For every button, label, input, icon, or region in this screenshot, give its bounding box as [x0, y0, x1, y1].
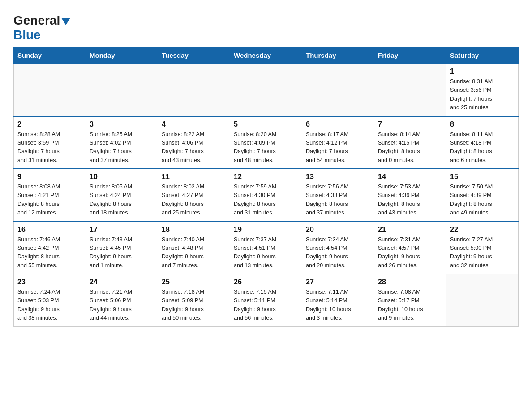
day-number: 13 — [306, 173, 370, 181]
day-info: Sunrise: 7:46 AM Sunset: 4:42 PM Dayligh… — [17, 235, 82, 270]
calendar-cell — [14, 64, 86, 116]
logo-blue-text: Blue — [13, 28, 41, 42]
day-number: 12 — [234, 173, 298, 181]
day-info: Sunrise: 7:18 AM Sunset: 5:09 PM Dayligh… — [162, 288, 226, 323]
calendar-cell: 15Sunrise: 7:50 AM Sunset: 4:39 PM Dayli… — [446, 169, 519, 222]
weekday-header-friday: Friday — [374, 47, 446, 64]
day-number: 10 — [90, 173, 154, 181]
calendar-cell: 10Sunrise: 8:05 AM Sunset: 4:24 PM Dayli… — [86, 169, 158, 222]
day-info: Sunrise: 7:37 AM Sunset: 4:51 PM Dayligh… — [234, 235, 298, 270]
calendar-cell: 9Sunrise: 8:08 AM Sunset: 4:21 PM Daylig… — [14, 169, 86, 222]
calendar-cell: 2Sunrise: 8:28 AM Sunset: 3:59 PM Daylig… — [14, 116, 86, 169]
calendar-table: SundayMondayTuesdayWednesdayThursdayFrid… — [13, 47, 519, 327]
day-number: 16 — [17, 226, 82, 234]
calendar-cell: 11Sunrise: 8:02 AM Sunset: 4:27 PM Dayli… — [158, 169, 230, 222]
calendar-cell: 12Sunrise: 7:59 AM Sunset: 4:30 PM Dayli… — [230, 169, 302, 222]
calendar-cell: 17Sunrise: 7:43 AM Sunset: 4:45 PM Dayli… — [86, 222, 158, 274]
day-info: Sunrise: 8:20 AM Sunset: 4:09 PM Dayligh… — [234, 130, 298, 165]
day-info: Sunrise: 7:50 AM Sunset: 4:39 PM Dayligh… — [450, 183, 515, 218]
day-number: 17 — [90, 226, 154, 234]
day-number: 1 — [450, 68, 515, 76]
day-number: 3 — [90, 120, 154, 128]
day-number: 5 — [234, 120, 298, 128]
calendar-cell: 14Sunrise: 7:53 AM Sunset: 4:36 PM Dayli… — [374, 169, 446, 222]
calendar-cell: 4Sunrise: 8:22 AM Sunset: 4:06 PM Daylig… — [158, 116, 230, 169]
day-info: Sunrise: 8:22 AM Sunset: 4:06 PM Dayligh… — [162, 130, 226, 165]
day-number: 26 — [234, 278, 298, 286]
calendar-week-row: 9Sunrise: 8:08 AM Sunset: 4:21 PM Daylig… — [14, 169, 519, 222]
logo: General Blue — [13, 13, 70, 42]
day-info: Sunrise: 8:25 AM Sunset: 4:02 PM Dayligh… — [90, 130, 154, 165]
calendar-cell: 1Sunrise: 8:31 AM Sunset: 3:56 PM Daylig… — [446, 64, 519, 116]
day-number: 22 — [450, 226, 515, 234]
calendar-cell: 26Sunrise: 7:15 AM Sunset: 5:11 PM Dayli… — [230, 274, 302, 326]
calendar-cell — [230, 64, 302, 116]
day-number: 9 — [17, 173, 82, 181]
day-info: Sunrise: 7:43 AM Sunset: 4:45 PM Dayligh… — [90, 235, 154, 270]
day-info: Sunrise: 7:59 AM Sunset: 4:30 PM Dayligh… — [234, 183, 298, 218]
weekday-header-row: SundayMondayTuesdayWednesdayThursdayFrid… — [14, 47, 519, 64]
day-info: Sunrise: 7:31 AM Sunset: 4:57 PM Dayligh… — [378, 235, 442, 270]
calendar-cell — [158, 64, 230, 116]
calendar-cell: 19Sunrise: 7:37 AM Sunset: 4:51 PM Dayli… — [230, 222, 302, 274]
calendar-cell: 13Sunrise: 7:56 AM Sunset: 4:33 PM Dayli… — [302, 169, 374, 222]
day-info: Sunrise: 7:21 AM Sunset: 5:06 PM Dayligh… — [90, 288, 154, 323]
day-number: 20 — [306, 226, 370, 234]
calendar-cell — [374, 64, 446, 116]
day-info: Sunrise: 8:17 AM Sunset: 4:12 PM Dayligh… — [306, 130, 370, 165]
day-info: Sunrise: 7:24 AM Sunset: 5:03 PM Dayligh… — [17, 288, 82, 323]
calendar-cell — [446, 274, 519, 326]
day-number: 28 — [378, 278, 442, 286]
day-info: Sunrise: 7:15 AM Sunset: 5:11 PM Dayligh… — [234, 288, 298, 323]
calendar-cell: 5Sunrise: 8:20 AM Sunset: 4:09 PM Daylig… — [230, 116, 302, 169]
calendar-week-row: 2Sunrise: 8:28 AM Sunset: 3:59 PM Daylig… — [14, 116, 519, 169]
day-info: Sunrise: 8:28 AM Sunset: 3:59 PM Dayligh… — [17, 130, 82, 165]
day-number: 14 — [378, 173, 442, 181]
calendar-cell: 8Sunrise: 8:11 AM Sunset: 4:18 PM Daylig… — [446, 116, 519, 169]
calendar-cell: 16Sunrise: 7:46 AM Sunset: 4:42 PM Dayli… — [14, 222, 86, 274]
day-number: 24 — [90, 278, 154, 286]
calendar-cell: 7Sunrise: 8:14 AM Sunset: 4:15 PM Daylig… — [374, 116, 446, 169]
day-number: 23 — [17, 278, 82, 286]
calendar-cell: 20Sunrise: 7:34 AM Sunset: 4:54 PM Dayli… — [302, 222, 374, 274]
day-number: 2 — [17, 120, 82, 128]
calendar-week-row: 1Sunrise: 8:31 AM Sunset: 3:56 PM Daylig… — [14, 64, 519, 116]
calendar-cell: 22Sunrise: 7:27 AM Sunset: 5:00 PM Dayli… — [446, 222, 519, 274]
day-number: 8 — [450, 120, 515, 128]
logo-triangle-icon — [61, 18, 70, 25]
calendar-cell: 6Sunrise: 8:17 AM Sunset: 4:12 PM Daylig… — [302, 116, 374, 169]
day-number: 15 — [450, 173, 515, 181]
calendar-cell: 24Sunrise: 7:21 AM Sunset: 5:06 PM Dayli… — [86, 274, 158, 326]
day-number: 18 — [162, 226, 226, 234]
calendar-week-row: 23Sunrise: 7:24 AM Sunset: 5:03 PM Dayli… — [14, 274, 519, 326]
day-info: Sunrise: 7:53 AM Sunset: 4:36 PM Dayligh… — [378, 183, 442, 218]
calendar-cell: 3Sunrise: 8:25 AM Sunset: 4:02 PM Daylig… — [86, 116, 158, 169]
calendar-cell: 28Sunrise: 7:08 AM Sunset: 5:17 PM Dayli… — [374, 274, 446, 326]
calendar-cell: 23Sunrise: 7:24 AM Sunset: 5:03 PM Dayli… — [14, 274, 86, 326]
day-number: 11 — [162, 173, 226, 181]
weekday-header-sunday: Sunday — [14, 47, 86, 64]
day-number: 21 — [378, 226, 442, 234]
calendar-cell: 25Sunrise: 7:18 AM Sunset: 5:09 PM Dayli… — [158, 274, 230, 326]
day-info: Sunrise: 8:05 AM Sunset: 4:24 PM Dayligh… — [90, 183, 154, 218]
day-info: Sunrise: 7:11 AM Sunset: 5:14 PM Dayligh… — [306, 288, 370, 323]
day-info: Sunrise: 8:11 AM Sunset: 4:18 PM Dayligh… — [450, 130, 515, 165]
weekday-header-wednesday: Wednesday — [230, 47, 302, 64]
calendar-cell: 27Sunrise: 7:11 AM Sunset: 5:14 PM Dayli… — [302, 274, 374, 326]
calendar-cell: 21Sunrise: 7:31 AM Sunset: 4:57 PM Dayli… — [374, 222, 446, 274]
day-info: Sunrise: 8:14 AM Sunset: 4:15 PM Dayligh… — [378, 130, 442, 165]
day-info: Sunrise: 7:56 AM Sunset: 4:33 PM Dayligh… — [306, 183, 370, 218]
weekday-header-monday: Monday — [86, 47, 158, 64]
day-number: 4 — [162, 120, 226, 128]
day-number: 7 — [378, 120, 442, 128]
day-info: Sunrise: 8:08 AM Sunset: 4:21 PM Dayligh… — [17, 183, 82, 218]
weekday-header-tuesday: Tuesday — [158, 47, 230, 64]
day-number: 6 — [306, 120, 370, 128]
day-info: Sunrise: 8:31 AM Sunset: 3:56 PM Dayligh… — [450, 77, 515, 112]
page-header: General Blue — [13, 9, 519, 42]
day-info: Sunrise: 7:34 AM Sunset: 4:54 PM Dayligh… — [306, 235, 370, 270]
day-info: Sunrise: 7:08 AM Sunset: 5:17 PM Dayligh… — [378, 288, 442, 323]
calendar-cell — [302, 64, 374, 116]
day-info: Sunrise: 7:40 AM Sunset: 4:48 PM Dayligh… — [162, 235, 226, 270]
logo-general-text: General — [13, 13, 60, 28]
